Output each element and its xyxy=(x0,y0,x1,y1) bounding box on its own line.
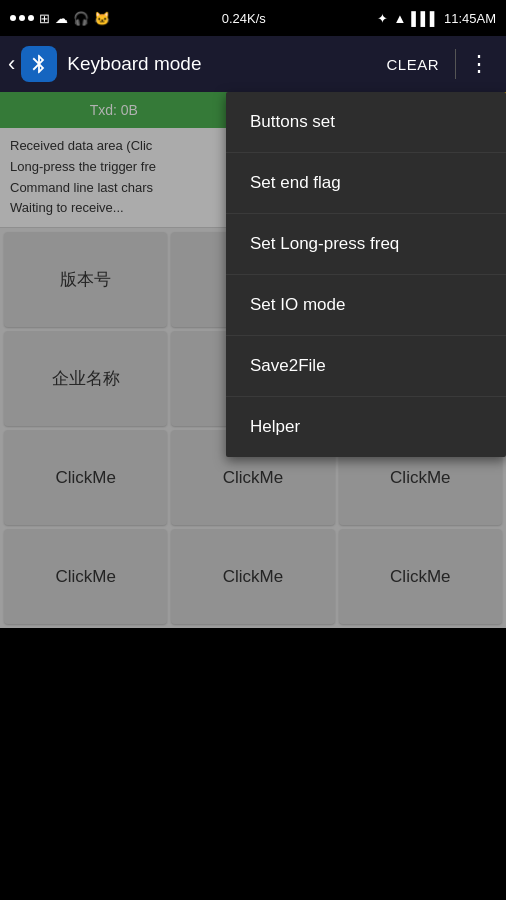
bluetooth-logo-icon xyxy=(28,53,50,75)
divider xyxy=(455,49,456,79)
bluetooth-icon: ✦ xyxy=(377,11,388,26)
page-title: Keyboard mode xyxy=(67,53,374,75)
wifi-icon: ▲ xyxy=(393,11,406,26)
back-button[interactable]: ‹ xyxy=(8,51,15,77)
menu-item-save2file[interactable]: Save2File xyxy=(226,336,506,397)
status-speed: 0.24K/s xyxy=(222,11,266,26)
top-bar: ‹ Keyboard mode CLEAR ⋮ xyxy=(0,36,506,92)
menu-item-buttons-set[interactable]: Buttons set xyxy=(226,92,506,153)
status-right: ✦ ▲ ▌▌▌ 11:45AM xyxy=(377,11,496,26)
dropdown-menu: Buttons setSet end flagSet Long-press fr… xyxy=(226,92,506,457)
status-dots xyxy=(10,15,34,21)
menu-item-helper[interactable]: Helper xyxy=(226,397,506,457)
status-left: ⊞ ☁ 🎧 🐱 xyxy=(10,11,110,26)
clear-button[interactable]: CLEAR xyxy=(374,50,451,79)
menu-item-set-io-mode[interactable]: Set IO mode xyxy=(226,275,506,336)
more-options-button[interactable]: ⋮ xyxy=(460,45,498,83)
headset-icon: 🎧 xyxy=(73,11,89,26)
time-display: 11:45AM xyxy=(444,11,496,26)
menu-item-set-end-flag[interactable]: Set end flag xyxy=(226,153,506,214)
cloud-icon: ☁ xyxy=(55,11,68,26)
status-bar: ⊞ ☁ 🎧 🐱 0.24K/s ✦ ▲ ▌▌▌ 11:45AM xyxy=(0,0,506,36)
grid-icon: ⊞ xyxy=(39,11,50,26)
signal-icon: ▌▌▌ xyxy=(411,11,439,26)
pet-icon: 🐱 xyxy=(94,11,110,26)
menu-item-set-long-press-freq[interactable]: Set Long-press freq xyxy=(226,214,506,275)
bt-icon-container xyxy=(21,46,57,82)
